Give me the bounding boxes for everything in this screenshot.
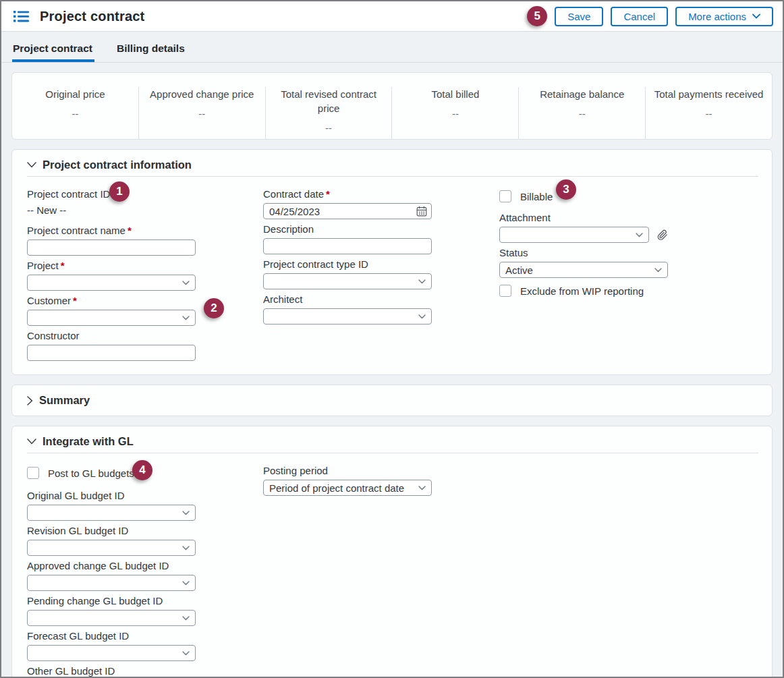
page-header: Project contract 5 Save Cancel More acti…	[1, 1, 783, 32]
callout-badge-1: 1	[109, 181, 130, 202]
chevron-down-icon	[418, 486, 426, 490]
gl-column-2: Posting period Period of project contrac…	[263, 465, 432, 678]
status-select[interactable]: Active	[499, 262, 668, 278]
customer-select[interactable]	[27, 310, 196, 326]
project-select[interactable]	[27, 275, 196, 291]
project-contract-id-value: -- New --	[27, 204, 196, 217]
chevron-down-icon	[418, 279, 426, 284]
metric-total-payments-received: Total payments received --	[645, 87, 772, 139]
section-summary: Summary	[11, 385, 773, 416]
metric-value: --	[19, 108, 132, 119]
required-marker: *	[326, 188, 330, 200]
metric-value: --	[273, 122, 385, 134]
chevron-down-icon	[182, 581, 190, 586]
contract-date-input[interactable]	[263, 203, 432, 219]
customer-label: Customer	[27, 295, 71, 306]
chevron-down-icon	[182, 616, 190, 621]
contract-date-label: Contract date	[263, 188, 324, 200]
forecast-gl-budget-id-select[interactable]	[27, 645, 196, 661]
status-label: Status	[499, 247, 668, 259]
metric-value: --	[146, 108, 258, 119]
revision-gl-budget-id-label: Revision GL budget ID	[27, 525, 196, 537]
revision-gl-budget-id-select[interactable]	[27, 540, 196, 556]
callout-badge-5: 5	[527, 6, 547, 26]
section-title: Summary	[39, 394, 90, 407]
metrics-strip: Original price -- Approved change price …	[11, 72, 773, 140]
posting-period-select[interactable]: Period of project contract date	[263, 480, 432, 496]
metric-label: Approved change price	[146, 87, 258, 101]
chevron-down-icon	[182, 511, 190, 515]
page-content: Original price -- Approved change price …	[1, 63, 783, 678]
app-window: Project contract 5 Save Cancel More acti…	[0, 0, 784, 678]
section-header-summary[interactable]: Summary	[12, 385, 772, 416]
more-actions-button[interactable]: More actions	[675, 7, 773, 26]
original-gl-budget-id-select[interactable]	[27, 505, 196, 521]
metric-label: Total billed	[399, 87, 511, 101]
billable-label: Billable	[520, 191, 553, 202]
chevron-down-icon	[27, 439, 36, 445]
paperclip-icon[interactable]	[657, 229, 668, 241]
attachment-select[interactable]	[499, 227, 649, 243]
posting-period-label: Posting period	[263, 465, 432, 477]
billable-checkbox[interactable]	[499, 190, 511, 202]
description-input[interactable]	[263, 238, 432, 254]
metric-label: Original price	[19, 87, 132, 101]
architect-select[interactable]	[263, 308, 432, 324]
constructor-label: Constructor	[27, 330, 196, 342]
metric-original-price: Original price --	[12, 87, 138, 139]
callout-badge-2: 2	[204, 298, 224, 318]
metric-total-revised-contract-price: Total revised contract price --	[265, 87, 392, 139]
chevron-down-icon	[182, 281, 190, 285]
posting-period-value: Period of project contract date	[269, 482, 404, 494]
chevron-down-icon	[418, 314, 426, 319]
tab-project-contract[interactable]: Project contract	[12, 43, 93, 62]
metric-value: --	[526, 108, 638, 119]
section-project-contract-information: 1 2 3 Project contract information Proje…	[11, 149, 773, 375]
info-column-1: Project contract ID -- New -- Project co…	[27, 188, 196, 361]
project-contract-name-input[interactable]	[27, 239, 196, 256]
header-actions: 5 Save Cancel More actions	[527, 6, 773, 26]
required-marker: *	[61, 260, 65, 271]
approved-change-gl-budget-id-select[interactable]	[27, 575, 196, 591]
chevron-down-icon	[654, 268, 662, 273]
save-button[interactable]: Save	[555, 7, 603, 26]
project-contract-type-id-label: Project contract type ID	[263, 258, 432, 271]
attachment-label: Attachment	[499, 212, 668, 224]
page-title: Project contract	[40, 9, 144, 24]
chevron-down-icon	[182, 546, 190, 550]
project-label: Project	[27, 260, 59, 271]
project-contract-type-select[interactable]	[263, 273, 432, 289]
pending-change-gl-budget-id-select[interactable]	[27, 610, 196, 626]
forecast-gl-budget-id-label: Forecast GL budget ID	[27, 630, 196, 642]
section-header-info[interactable]: Project contract information	[12, 150, 772, 171]
post-to-gl-budgets-checkbox[interactable]	[27, 467, 39, 479]
tab-billing-details[interactable]: Billing details	[116, 43, 186, 62]
calendar-icon[interactable]	[416, 206, 427, 217]
section-title: Project contract information	[43, 159, 192, 171]
section-header-gl[interactable]: Integrate with GL	[12, 426, 772, 448]
chevron-down-icon	[636, 233, 643, 237]
description-label: Description	[263, 223, 432, 235]
cancel-button[interactable]: Cancel	[611, 7, 668, 26]
post-to-gl-budgets-label: Post to GL budgets	[48, 468, 134, 479]
other-gl-budget-id-label: Other GL budget ID	[27, 665, 196, 677]
chevron-down-icon	[27, 162, 36, 168]
chevron-down-icon	[182, 651, 190, 656]
info-column-3: Billable Attachment	[499, 188, 668, 361]
metric-label: Total revised contract price	[273, 87, 385, 115]
menu-list-icon[interactable]	[13, 10, 29, 23]
approved-change-gl-budget-id-label: Approved change GL budget ID	[27, 560, 196, 572]
required-marker: *	[73, 295, 77, 306]
metric-total-billed: Total billed --	[391, 87, 518, 139]
original-gl-budget-id-label: Original GL budget ID	[27, 490, 196, 502]
constructor-input[interactable]	[27, 345, 196, 361]
more-actions-label: More actions	[688, 11, 746, 22]
section-title: Integrate with GL	[43, 435, 134, 448]
pending-change-gl-budget-id-label: Pending change GL budget ID	[27, 595, 196, 607]
architect-label: Architect	[263, 293, 432, 306]
exclude-wip-label: Exclude from WIP reporting	[520, 285, 644, 297]
chevron-down-icon	[182, 316, 190, 320]
exclude-wip-checkbox[interactable]	[499, 285, 511, 297]
callout-badge-3: 3	[556, 179, 576, 200]
metric-value: --	[399, 108, 511, 119]
